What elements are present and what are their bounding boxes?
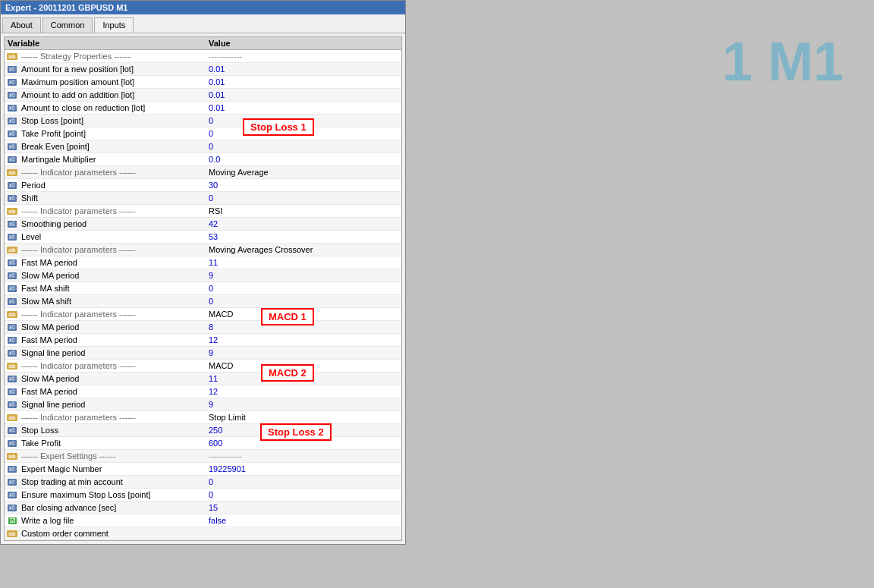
table-row[interactable]: i© Slow MA shift 0 — [5, 295, 401, 308]
table-row[interactable]: i© Take Profit [point] 0 — [5, 127, 401, 140]
table-row[interactable]: i© Slow MA period 11 — [5, 373, 401, 385]
row-value[interactable]: 0 — [206, 128, 401, 139]
row-value[interactable]: 0 — [206, 476, 401, 487]
row-value[interactable]: 12 — [206, 386, 401, 397]
row-icon: ab — [5, 413, 20, 421]
col-variable-header: Variable — [8, 39, 209, 48]
type-icon: i© — [8, 427, 17, 434]
row-value[interactable]: 8 — [206, 322, 401, 332]
row-icon: i© — [5, 259, 20, 266]
row-value[interactable]: 9 — [206, 270, 401, 281]
row-value[interactable]: 0 — [206, 115, 401, 126]
row-value[interactable]: 0 — [206, 283, 401, 294]
table-row[interactable]: ab ------ Indicator parameters ------ Mo… — [5, 244, 401, 256]
tab-about[interactable]: About — [2, 17, 41, 33]
table-row[interactable]: ab Custom order comment — [5, 527, 401, 540]
row-value[interactable]: 0.01 — [206, 77, 401, 87]
row-value[interactable]: 600 — [206, 438, 401, 448]
table-row[interactable]: i© Ensure maximum Stop Loss [point] 0 — [5, 489, 401, 502]
row-value[interactable]: 30 — [206, 180, 401, 190]
type-icon: i© — [8, 440, 17, 447]
row-value[interactable] — [206, 533, 401, 534]
table-row[interactable]: i© Take Profit 600 — [5, 437, 401, 450]
row-value[interactable]: 9 — [206, 347, 401, 358]
expert-window: Expert - 20011201 GBPUSD M1 About Common… — [0, 0, 406, 545]
table-row[interactable]: i© Level 53 — [5, 231, 401, 244]
row-value[interactable]: 250 — [206, 425, 401, 435]
row-value[interactable]: 0.01 — [206, 90, 401, 100]
row-value[interactable]: 9 — [206, 399, 401, 410]
row-variable: Fast MA period — [20, 335, 206, 345]
table-row[interactable]: i© Maximum position amount [lot] 0.01 — [5, 76, 401, 89]
tab-common[interactable]: Common — [42, 17, 93, 33]
row-value[interactable]: 15 — [206, 502, 401, 513]
row-value[interactable]: 11 — [206, 373, 401, 384]
row-value[interactable]: 19225901 — [206, 464, 401, 474]
row-value[interactable]: 12 — [206, 335, 401, 345]
table-row[interactable]: i© Stop trading at min account 0 — [5, 476, 401, 489]
table-row[interactable]: ab ------ Indicator parameters ------ MA… — [5, 308, 401, 321]
col-value-header: Value — [209, 39, 398, 48]
table-row[interactable]: ab ------ Indicator parameters ------ RS… — [5, 205, 401, 218]
table-row[interactable]: i© Martingale Multiplier 0.0 — [5, 153, 401, 166]
table-row[interactable]: i© Break Even [point] 0 — [5, 140, 401, 153]
row-value[interactable]: 11 — [206, 257, 401, 268]
type-icon: i© — [8, 324, 17, 331]
row-icon: i© — [5, 91, 20, 99]
table-row[interactable]: i© Signal line period 9 — [5, 347, 401, 360]
table-row[interactable]: i© Fast MA period 11 — [5, 256, 401, 269]
table-row[interactable]: i© Period 30 — [5, 179, 401, 192]
table-row[interactable]: i© Slow MA period 8 — [5, 321, 401, 334]
row-value[interactable]: 0.0 — [206, 154, 401, 165]
table-row[interactable]: i© Slow MA period 9 — [5, 269, 401, 282]
type-icon: i© — [8, 143, 17, 150]
row-variable: Martingale Multiplier — [20, 154, 206, 165]
row-icon: ab — [5, 52, 20, 60]
table-row[interactable]: ab ------ Indicator parameters ------ Mo… — [5, 166, 401, 179]
table-row[interactable]: i© Fast MA period 12 — [5, 334, 401, 347]
table-row[interactable]: i© Smoothing period 42 — [5, 218, 401, 231]
row-value[interactable]: 0 — [206, 193, 401, 203]
row-variable: ------ Strategy Properties ------ — [20, 51, 206, 61]
tab-inputs[interactable]: Inputs — [94, 17, 134, 33]
bg-text: 1 M1 — [722, 30, 844, 93]
table-row[interactable]: ab ------ Indicator parameters ------ MA… — [5, 360, 401, 373]
row-variable: Level — [20, 231, 206, 242]
type-icon: ab — [7, 311, 17, 318]
table-row[interactable]: i© Shift 0 — [5, 192, 401, 205]
table-row[interactable]: i© Amount to add on addition [lot] 0.01 — [5, 89, 401, 102]
table-row[interactable]: i© Amount to close on reduction [lot] 0.… — [5, 102, 401, 115]
row-variable: Shift — [20, 193, 206, 203]
type-icon: ab — [7, 53, 17, 60]
row-icon: ab — [5, 207, 20, 215]
row-variable: Fast MA shift — [20, 283, 206, 294]
row-value[interactable]: 0 — [206, 141, 401, 152]
row-value[interactable]: 53 — [206, 231, 401, 242]
row-icon: i© — [5, 401, 20, 408]
table-row[interactable]: i© Fast MA shift 0 — [5, 282, 401, 295]
type-icon: ab — [7, 414, 17, 421]
table-row[interactable]: ab ------ Indicator parameters ------ St… — [5, 411, 401, 424]
type-icon: ab — [7, 453, 17, 460]
row-value[interactable]: 0 — [206, 296, 401, 307]
tab-bar: About Common Inputs — [1, 14, 405, 33]
row-value[interactable]: 0.01 — [206, 102, 401, 113]
table-row[interactable]: ab ------ Strategy Properties ------ ---… — [5, 50, 401, 63]
row-value[interactable]: 42 — [206, 219, 401, 229]
row-value[interactable]: false — [206, 515, 401, 526]
row-value[interactable]: 0 — [206, 489, 401, 500]
table-row[interactable]: i© Signal line period 9 — [5, 398, 401, 411]
row-icon: ab — [5, 168, 20, 176]
table-row[interactable]: ab ------ Expert Settings ------ -------… — [5, 450, 401, 463]
row-icon: ☑ — [5, 517, 20, 524]
table-row[interactable]: i© Fast MA period 12 — [5, 385, 401, 398]
table-row[interactable]: ☑ Write a log file false — [5, 514, 401, 527]
row-icon: i© — [5, 465, 20, 473]
table-row[interactable]: i© Bar closing advance [sec] 15 — [5, 502, 401, 514]
type-icon: i© — [8, 234, 17, 241]
row-value[interactable]: 0.01 — [206, 64, 401, 74]
table-row[interactable]: i© Amount for a new position [lot] 0.01 — [5, 63, 401, 76]
table-row[interactable]: i© Expert Magic Number 19225901 — [5, 463, 401, 476]
table-row[interactable]: i© Stop Loss 250 — [5, 424, 401, 437]
table-row[interactable]: i© Stop Loss [point] 0 — [5, 115, 401, 127]
